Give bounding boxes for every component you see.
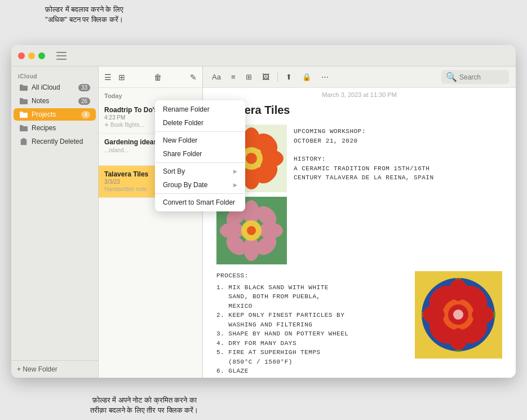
search-box: 🔍 (441, 70, 509, 84)
new-folder-button[interactable]: + New Folder (17, 365, 92, 373)
menu-separator (155, 131, 245, 132)
folder-icon (19, 97, 28, 105)
process-title: PROCESS: (216, 271, 408, 281)
sidebar-item-projects[interactable]: Projects 4 (14, 108, 96, 121)
sidebar-item-label: Recipes (32, 124, 56, 132)
sidebar: iCloud All iCloud 33 Notes 26 (11, 67, 99, 378)
toolbar-separator (277, 73, 278, 82)
svg-point-56 (472, 309, 483, 320)
menu-item-delete[interactable]: Delete Folder (155, 116, 245, 130)
sidebar-item-label: All iCloud (32, 83, 60, 91)
editor-content: Talavera Tiles (203, 99, 516, 378)
sidebar-toggle-button[interactable] (56, 52, 67, 60)
main-window: iCloud All iCloud 33 Notes 26 (11, 45, 516, 378)
menu-item-share-folder[interactable]: Share Folder (155, 147, 245, 161)
traffic-lights (18, 52, 45, 59)
delete-note-button[interactable]: 🗑 (154, 73, 162, 82)
search-input[interactable] (459, 73, 504, 81)
trash-icon (19, 138, 28, 145)
svg-rect-0 (21, 139, 27, 145)
date-section-header: Today (99, 88, 202, 101)
close-button[interactable] (18, 52, 25, 59)
grid-view-button[interactable]: ⊞ (118, 73, 125, 82)
folder-icon (19, 83, 28, 91)
sidebar-footer: + New Folder (11, 360, 98, 378)
submenu-arrow: ▶ (233, 182, 237, 188)
svg-point-54 (453, 328, 464, 339)
new-folder-label: + New Folder (17, 365, 57, 373)
menu-item-sort-by[interactable]: Sort By ▶ (155, 165, 245, 178)
note-workshop-text: UPCOMING WORKSHOP: OCTOBER 21, 2020 HIST… (294, 127, 502, 264)
sidebar-item-notes[interactable]: Notes 26 (14, 95, 96, 107)
folder-icon (19, 124, 28, 132)
compose-button[interactable]: ✎ (190, 73, 197, 82)
sidebar-item-label: Notes (32, 97, 49, 105)
menu-separator-2 (155, 162, 245, 163)
table-button[interactable]: ⊞ (243, 72, 254, 82)
more-button[interactable]: ⋯ (319, 72, 331, 82)
maximize-button[interactable] (38, 52, 45, 59)
sidebar-item-recipes[interactable]: Recipes (14, 122, 96, 134)
media-button[interactable]: 🖼 (260, 72, 272, 82)
callout-top: फ़ोल्डर में बदलाव करने के लिए "अधिक" बटन… (45, 5, 123, 25)
svg-point-52 (453, 310, 463, 320)
sidebar-item-label: Projects (32, 110, 56, 118)
sidebar-badge: 33 (78, 84, 90, 91)
sidebar-badge: 26 (78, 98, 90, 105)
list-view-button[interactable]: ☰ (104, 73, 112, 82)
sidebar-item-recently-deleted[interactable]: Recently Deleted (14, 135, 96, 148)
titlebar (11, 45, 516, 67)
note-timestamp: March 3, 2023 at 11:30 PM (203, 88, 516, 99)
note-process-text: PROCESS: 1. MIX BLACK SAND WITH WHITE SA… (216, 271, 408, 378)
lock-button[interactable]: 🔒 (300, 72, 313, 82)
svg-rect-1 (22, 138, 25, 139)
notes-list-toolbar: ☰ ⊞ 🗑 ✎ (99, 67, 202, 88)
svg-point-53 (453, 290, 464, 301)
menu-item-group-by-date[interactable]: Group By Date ▶ (155, 178, 245, 192)
share-button[interactable]: ⬆ (284, 72, 294, 82)
sidebar-item-label: Recently Deleted (32, 138, 83, 145)
folder-icon (19, 110, 28, 118)
svg-point-37 (247, 226, 256, 235)
sidebar-section-label: iCloud (11, 71, 98, 81)
callout-bottom: फ़ोल्डर में अपने नोट को क्रमित करने का त… (90, 395, 198, 415)
font-button[interactable]: Aa (210, 72, 223, 82)
svg-point-26 (246, 153, 257, 164)
minimize-button[interactable] (28, 52, 35, 59)
menu-item-convert[interactable]: Convert to Smart Folder (155, 196, 245, 209)
list-format-button[interactable]: ≡ (229, 72, 238, 82)
note-editor: Aa ≡ ⊞ 🖼 ⬆ 🔒 ⋯ 🔍 March 3, 2023 at 11:30 … (203, 67, 516, 378)
editor-toolbar: Aa ≡ ⊞ 🖼 ⬆ 🔒 ⋯ 🔍 (203, 67, 516, 88)
submenu-arrow: ▶ (233, 169, 237, 174)
menu-separator-3 (155, 193, 245, 194)
menu-item-new-folder[interactable]: New Folder (155, 134, 245, 147)
sidebar-badge: 4 (81, 111, 90, 118)
sidebar-item-all-icloud[interactable]: All iCloud 33 (14, 81, 96, 94)
svg-point-55 (433, 309, 445, 320)
main-content: iCloud All iCloud 33 Notes 26 (11, 67, 516, 378)
search-icon: 🔍 (446, 72, 457, 82)
tile-image-large (415, 271, 502, 359)
menu-item-rename[interactable]: Rename Folder (155, 103, 245, 116)
note-heading: Talavera Tiles (216, 104, 502, 117)
context-menu: Rename Folder Delete Folder New Folder S… (155, 100, 245, 211)
